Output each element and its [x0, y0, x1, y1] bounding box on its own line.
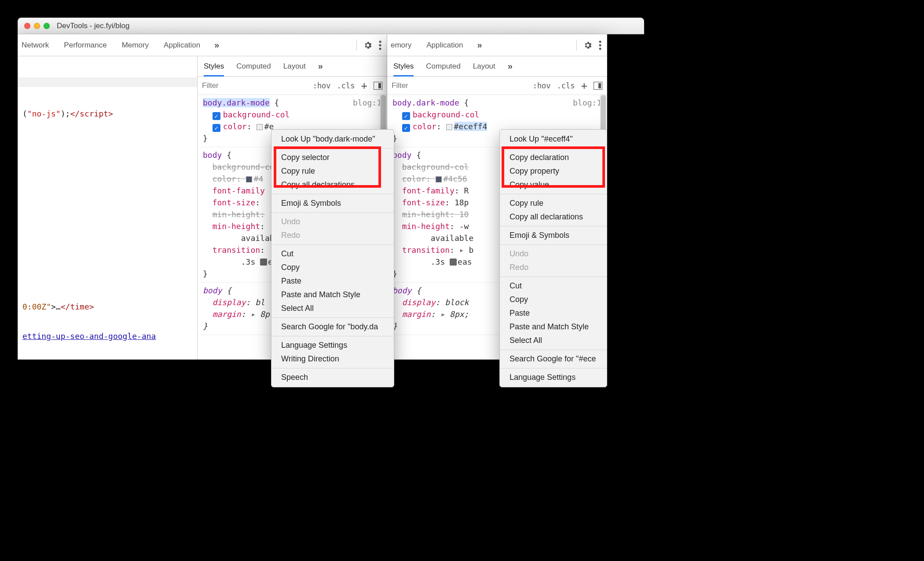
new-rule-icon[interactable]: +: [581, 80, 587, 91]
menu-select-all[interactable]: Select All: [271, 302, 394, 315]
minimize-traffic-light[interactable]: [34, 23, 40, 29]
cls-toggle[interactable]: .cls: [337, 81, 355, 90]
menu-copy-all-declarations[interactable]: Copy all declarations: [271, 178, 394, 192]
menu-paste-match[interactable]: Paste and Match Style: [500, 320, 607, 334]
subtab-styles[interactable]: Styles: [393, 62, 414, 76]
tab-network[interactable]: Network: [21, 41, 50, 50]
more-icon[interactable]: [379, 40, 381, 50]
menu-writing-direction[interactable]: Writing Direction: [271, 352, 394, 366]
tabs-overflow-icon[interactable]: »: [477, 40, 482, 50]
menu-search-google[interactable]: Search Google for "#ece: [500, 352, 607, 366]
menu-language-settings[interactable]: Language Settings: [500, 371, 607, 384]
styles-filter-input[interactable]: [202, 81, 259, 90]
menu-lookup[interactable]: Look Up "#eceff4": [500, 132, 607, 146]
window-title: DevTools - jec.fyi/blog: [53, 22, 638, 30]
easing-icon[interactable]: [450, 259, 457, 266]
menu-copy-value[interactable]: Copy value: [500, 178, 607, 192]
tabs-overflow-icon[interactable]: »: [214, 40, 219, 50]
tab-application[interactable]: Application: [163, 41, 201, 50]
cls-toggle[interactable]: .cls: [557, 81, 575, 90]
menu-search-google[interactable]: Search Google for "body.da: [271, 320, 394, 334]
svg-point-4: [599, 44, 601, 46]
checkbox-icon[interactable]: ✓: [213, 112, 220, 120]
menu-cut[interactable]: Cut: [271, 247, 394, 261]
subtab-computed[interactable]: Computed: [236, 62, 271, 71]
toggle-sidebar-icon[interactable]: [374, 82, 382, 90]
gear-icon[interactable]: [583, 40, 593, 50]
main-tabbar: Network Performance Memory Application »: [18, 34, 387, 56]
window-titlebar: DevTools - jec.fyi/blog: [18, 18, 644, 34]
tab-performance[interactable]: Performance: [63, 41, 107, 50]
menu-redo: Redo: [500, 261, 607, 274]
context-menu-right: Look Up "#eceff4" Copy declaration Copy …: [499, 129, 607, 387]
svg-point-5: [599, 47, 601, 50]
checkbox-icon[interactable]: ✓: [213, 124, 220, 132]
menu-paste[interactable]: Paste: [271, 274, 394, 288]
menu-redo: Redo: [271, 229, 394, 242]
hov-toggle[interactable]: :hov: [313, 81, 331, 90]
subtab-layout[interactable]: Layout: [473, 62, 495, 71]
menu-emoji[interactable]: Emoji & Symbols: [271, 197, 394, 210]
menu-copy-all-declarations[interactable]: Copy all declarations: [500, 210, 607, 224]
menu-lookup[interactable]: Look Up "body.dark-mode": [271, 132, 394, 146]
menu-paste-match[interactable]: Paste and Match Style: [271, 288, 394, 302]
dom-tree[interactable]: ("no-js");</script​> 0:00Z">…</time> ett…: [18, 56, 198, 359]
context-menu-left: Look Up "body.dark-mode" Copy selector C…: [271, 129, 394, 387]
menu-language-settings[interactable]: Language Settings: [271, 339, 394, 352]
close-traffic-light[interactable]: [24, 23, 30, 29]
menu-undo: Undo: [500, 247, 607, 261]
svg-point-1: [379, 44, 381, 46]
menu-undo: Undo: [271, 215, 394, 229]
link-text[interactable]: etting-up-seo-and-google-ana: [22, 332, 156, 341]
menu-copy-rule[interactable]: Copy rule: [271, 164, 394, 178]
easing-icon[interactable]: [260, 259, 267, 266]
menu-copy-declaration[interactable]: Copy declaration: [500, 151, 607, 164]
menu-copy-property[interactable]: Copy property: [500, 164, 607, 178]
menu-select-all[interactable]: Select All: [500, 334, 607, 347]
styles-filter-input[interactable]: [392, 81, 449, 90]
menu-copy-rule[interactable]: Copy rule: [500, 197, 607, 210]
svg-point-2: [379, 47, 381, 50]
zoom-traffic-light[interactable]: [44, 23, 50, 29]
menu-copy[interactable]: Copy: [500, 293, 607, 306]
more-icon[interactable]: [599, 40, 601, 50]
hov-toggle[interactable]: :hov: [533, 81, 551, 90]
menu-paste[interactable]: Paste: [500, 306, 607, 320]
menu-copy-selector[interactable]: Copy selector: [271, 151, 394, 164]
new-rule-icon[interactable]: +: [361, 80, 367, 91]
menu-speech[interactable]: Speech: [271, 371, 394, 384]
subtab-computed[interactable]: Computed: [426, 62, 460, 71]
gear-icon[interactable]: [363, 40, 373, 50]
subtabs-overflow-icon[interactable]: »: [508, 61, 513, 71]
tab-memory[interactable]: Memory: [121, 41, 150, 50]
tab-application[interactable]: Application: [425, 41, 464, 50]
checkbox-icon[interactable]: ✓: [402, 124, 410, 132]
subtab-styles[interactable]: Styles: [204, 62, 224, 76]
svg-point-3: [599, 40, 601, 43]
subtabs-overflow-icon[interactable]: »: [318, 61, 323, 71]
toggle-sidebar-icon[interactable]: [594, 82, 602, 90]
tab-memory[interactable]: emory: [390, 41, 412, 50]
checkbox-icon[interactable]: ✓: [402, 112, 410, 120]
menu-copy[interactable]: Copy: [271, 261, 394, 274]
svg-point-0: [379, 40, 381, 43]
main-tabbar: emory Application »: [387, 34, 607, 56]
menu-emoji[interactable]: Emoji & Symbols: [500, 229, 607, 242]
subtab-layout[interactable]: Layout: [283, 62, 306, 71]
menu-cut[interactable]: Cut: [500, 279, 607, 293]
